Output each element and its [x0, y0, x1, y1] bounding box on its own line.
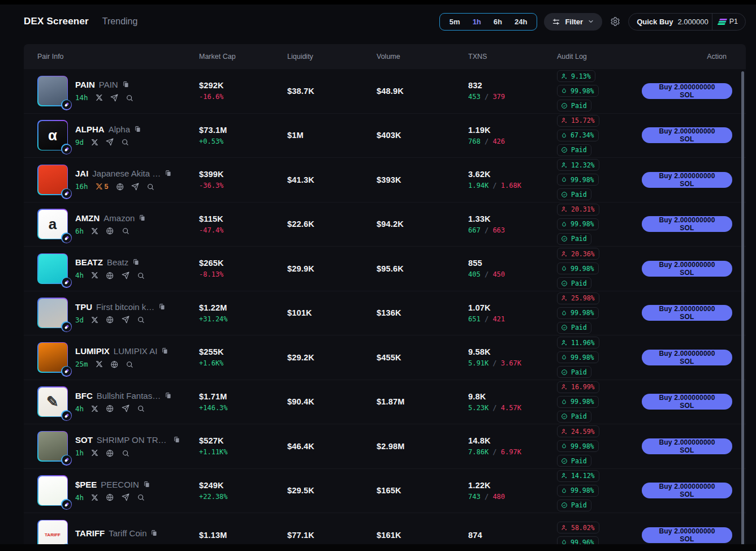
- telegram-icon[interactable]: [131, 183, 139, 191]
- buy-button[interactable]: Buy 2.000000000 SOL: [642, 172, 732, 188]
- search-icon[interactable]: [137, 272, 145, 280]
- copy-icon[interactable]: [143, 481, 150, 488]
- table-row[interactable]: aAMZNAmazon6h$115K-47.4%$22.6K$94.2K1.33…: [24, 203, 746, 247]
- token-avatar[interactable]: [37, 253, 68, 284]
- preset-p1-button[interactable]: P1: [712, 18, 745, 25]
- x-social-icon[interactable]: [91, 227, 98, 235]
- lp-burned-pct: 67.34%: [571, 131, 594, 139]
- search-icon[interactable]: [126, 360, 134, 369]
- telegram-icon[interactable]: [122, 404, 129, 412]
- table-row[interactable]: αALPHAAlpha9d$73.1M+0.53%$1M$403K1.19K76…: [24, 114, 746, 158]
- table-row[interactable]: JAIJapanese Akita …16h5$399K-36.3%$41.3K…: [24, 158, 746, 203]
- x-social-icon[interactable]: [91, 494, 98, 501]
- copy-icon[interactable]: [150, 530, 158, 537]
- table-row[interactable]: ✎BFCBullshit Fantas…4h$1.71M+146.3%$90.4…: [24, 380, 746, 425]
- copy-icon[interactable]: [158, 303, 166, 311]
- vertical-scrollbar[interactable]: [741, 71, 744, 551]
- buy-button[interactable]: Buy 2.000000000 SOL: [642, 216, 732, 232]
- search-icon[interactable]: [122, 449, 130, 458]
- table-row[interactable]: TPUFirst bitcoin k…3d$1.22M+31.24%$101K$…: [24, 291, 746, 336]
- timeframe-6h[interactable]: 6h: [489, 16, 507, 27]
- token-avatar[interactable]: [37, 165, 68, 195]
- timeframe-24h[interactable]: 24h: [509, 16, 532, 27]
- txns-total: 14.8K: [468, 436, 557, 445]
- website-icon[interactable]: [106, 316, 114, 324]
- buy-button[interactable]: Buy 2.000000000 SOL: [642, 261, 732, 277]
- website-icon[interactable]: [106, 404, 114, 413]
- website-icon[interactable]: [106, 272, 114, 280]
- website-icon[interactable]: [106, 493, 114, 502]
- telegram-icon[interactable]: [106, 138, 114, 146]
- search-icon[interactable]: [137, 404, 145, 413]
- x-social-icon[interactable]: [96, 360, 103, 368]
- search-icon[interactable]: [137, 316, 145, 324]
- token-avatar[interactable]: [37, 76, 68, 106]
- timeframe-5m[interactable]: 5m: [444, 16, 465, 27]
- liquidity-cell: $38.7K: [287, 86, 377, 96]
- token-avatar[interactable]: α: [37, 120, 68, 150]
- search-icon[interactable]: [126, 94, 134, 102]
- x-social-icon[interactable]: [91, 405, 98, 412]
- top-holders-pct: 16.99%: [571, 383, 595, 391]
- copy-icon[interactable]: [173, 436, 180, 444]
- search-icon[interactable]: [121, 138, 129, 147]
- buy-button[interactable]: Buy 2.000000000 SOL: [642, 438, 732, 454]
- table-row[interactable]: SOTSHRIMP ON TREAD…1h$527K+1.11K%$46.4K$…: [24, 424, 746, 469]
- token-avatar[interactable]: [37, 342, 68, 373]
- buy-button[interactable]: Buy 2.000000000 SOL: [642, 83, 732, 99]
- copy-icon[interactable]: [132, 259, 140, 266]
- x-social-icon[interactable]: [91, 272, 98, 279]
- market-cap-value: $1.71M: [199, 392, 287, 401]
- x-social-icon[interactable]: [91, 316, 98, 324]
- x-social-icon[interactable]: [91, 139, 98, 146]
- website-icon[interactable]: [110, 360, 119, 369]
- copy-icon[interactable]: [122, 81, 129, 88]
- buy-button[interactable]: Buy 2.000000000 SOL: [642, 350, 732, 365]
- buy-button[interactable]: Buy 2.000000000 SOL: [642, 394, 732, 410]
- table-row[interactable]: $PEEPEECOIN4h$249K+22.38%$29.5K$165K1.22…: [24, 469, 746, 514]
- filter-button[interactable]: Filter: [544, 13, 602, 31]
- search-icon[interactable]: [137, 493, 145, 502]
- txns-buys-sells: 667 / 663: [468, 226, 557, 234]
- txns-total: 855: [468, 259, 557, 268]
- txns-total: 9.58K: [468, 347, 557, 356]
- telegram-icon[interactable]: [122, 272, 129, 279]
- website-icon[interactable]: [116, 183, 124, 191]
- x-social-icon[interactable]: 5: [96, 183, 109, 191]
- settings-gear-icon[interactable]: [610, 16, 620, 27]
- table-row[interactable]: BEATZBeatz4h$265K-8.13%$29.9K$95.6K85540…: [24, 247, 746, 291]
- lp-burned-icon: [561, 221, 567, 227]
- table-row[interactable]: PAINPAIN14h$292K-16.6%$38.7K$48.9K832453…: [24, 69, 746, 114]
- buy-button[interactable]: Buy 2.000000000 SOL: [642, 527, 732, 543]
- website-icon[interactable]: [106, 449, 114, 458]
- action-cell: Buy 2.000000000 SOL: [642, 216, 732, 232]
- table-row[interactable]: LUMIPIXLUMIPIX AI25m$255K+1.6K%$29.2K$45…: [24, 335, 746, 380]
- buy-button[interactable]: Buy 2.000000000 SOL: [642, 483, 732, 498]
- copy-icon[interactable]: [165, 392, 172, 399]
- buy-button[interactable]: Buy 2.000000000 SOL: [642, 127, 732, 143]
- trending-table: Pair Info Market Cap Liquidity Volume TX…: [24, 44, 746, 551]
- search-icon[interactable]: [122, 227, 130, 235]
- buy-button[interactable]: Buy 2.000000000 SOL: [642, 305, 732, 321]
- copy-icon[interactable]: [139, 214, 146, 222]
- website-icon[interactable]: [106, 227, 114, 235]
- token-avatar[interactable]: [37, 475, 68, 506]
- search-icon[interactable]: [146, 183, 155, 191]
- token-avatar[interactable]: ✎: [37, 386, 68, 417]
- tab-trending[interactable]: Trending: [102, 16, 138, 27]
- copy-icon[interactable]: [134, 126, 141, 133]
- telegram-icon[interactable]: [122, 316, 129, 324]
- copy-icon[interactable]: [165, 170, 172, 177]
- pair-info-cell: JAIJapanese Akita …16h5: [37, 165, 199, 195]
- telegram-icon[interactable]: [122, 493, 129, 501]
- telegram-icon[interactable]: [110, 94, 118, 102]
- top-holders-pct: 9.13%: [571, 72, 591, 80]
- x-social-icon[interactable]: [91, 449, 98, 457]
- token-avatar[interactable]: [37, 431, 68, 462]
- token-avatar[interactable]: a: [37, 209, 68, 239]
- x-social-icon[interactable]: [96, 94, 103, 101]
- timeframe-1h[interactable]: 1h: [468, 16, 486, 27]
- quick-buy-input[interactable]: 2.000000: [677, 18, 708, 26]
- copy-icon[interactable]: [161, 347, 169, 355]
- token-avatar[interactable]: [37, 298, 68, 328]
